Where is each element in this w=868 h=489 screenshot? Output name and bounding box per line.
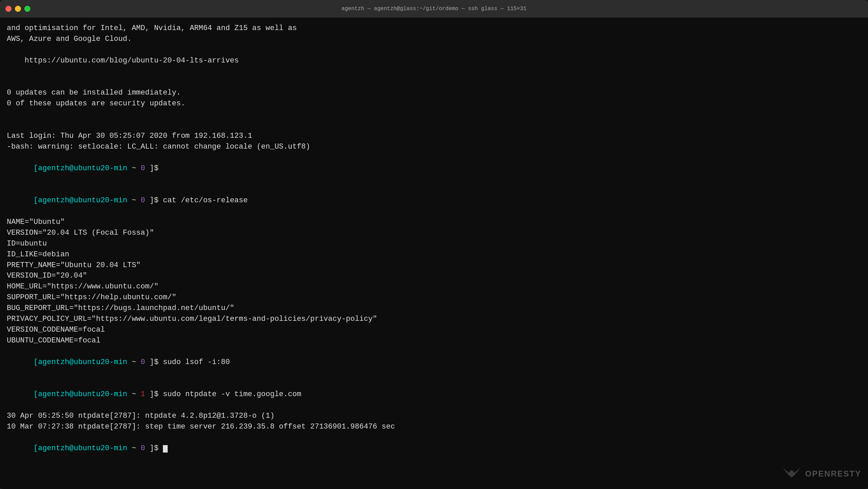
list-item: BUG_REPORT_URL="https://bugs.launchpad.n… [7, 303, 861, 314]
list-item: 0 of these updates are security updates. [7, 98, 861, 109]
list-item [7, 77, 861, 87]
terminal-content[interactable]: and optimisation for Intel, AMD, Nvidia,… [0, 18, 868, 489]
list-item: [agentzh@ubuntu20-min ~ 0 ]$ [7, 432, 861, 465]
list-item: [agentzh@ubuntu20-min ~ 1 ]$ sudo ntpdat… [7, 378, 861, 411]
maximize-button[interactable] [24, 6, 30, 12]
cursor [163, 445, 168, 453]
list-item: 0 updates can be installed immediately. [7, 87, 861, 98]
window-title: agentzh — agentzh@glass:~/git/ordemo — s… [341, 6, 526, 12]
list-item [7, 109, 861, 120]
list-item: VERSION_ID="20.04" [7, 271, 861, 281]
title-bar: agentzh — agentzh@glass:~/git/ordemo — s… [0, 0, 868, 18]
close-button[interactable] [5, 6, 11, 12]
minimize-button[interactable] [15, 6, 21, 12]
traffic-lights [5, 6, 30, 12]
svg-point-1 [790, 470, 794, 474]
list-item: 30 Apr 05:25:50 ntpdate[2787]: ntpdate 4… [7, 411, 861, 421]
list-item: PRETTY_NAME="Ubuntu 20.04 LTS" [7, 260, 861, 271]
list-item [7, 45, 861, 55]
list-item: [agentzh@ubuntu20-min ~ 0 ]$ [7, 152, 861, 185]
openresty-bird-icon [781, 465, 802, 482]
openresty-logo: OPENRESTY [781, 465, 861, 482]
list-item: VERSION="20.04 LTS (Focal Fossa)" [7, 228, 861, 238]
terminal-window: agentzh — agentzh@glass:~/git/ordemo — s… [0, 0, 868, 489]
list-item: Last login: Thu Apr 30 05:25:07 2020 fro… [7, 131, 861, 141]
list-item [7, 120, 861, 131]
list-item: https://ubuntu.com/blog/ubuntu-20-04-lts… [7, 55, 861, 66]
list-item: VERSION_CODENAME=focal [7, 325, 861, 335]
list-item: AWS, Azure and Google Cloud. [7, 34, 861, 45]
list-item: [agentzh@ubuntu20-min ~ 0 ]$ sudo lsof -… [7, 346, 861, 379]
list-item: and optimisation for Intel, AMD, Nvidia,… [7, 23, 861, 34]
list-item: [agentzh@ubuntu20-min ~ 0 ]$ cat /etc/os… [7, 184, 861, 217]
list-item: PRIVACY_POLICY_URL="https://www.ubuntu.c… [7, 314, 861, 325]
list-item: UBUNTU_CODENAME=focal [7, 335, 861, 346]
list-item: ID=ubuntu [7, 238, 861, 249]
openresty-label: OPENRESTY [805, 468, 861, 480]
list-item: 10 Mar 07:27:38 ntpdate[2787]: step time… [7, 421, 861, 432]
list-item: ID_LIKE=debian [7, 249, 861, 260]
list-item: -bash: warning: setlocale: LC_ALL: canno… [7, 141, 861, 152]
list-item: SUPPORT_URL="https://help.ubuntu.com/" [7, 292, 861, 303]
list-item: NAME="Ubuntu" [7, 217, 861, 228]
list-item: HOME_URL="https://www.ubuntu.com/" [7, 281, 861, 292]
list-item [7, 66, 861, 77]
